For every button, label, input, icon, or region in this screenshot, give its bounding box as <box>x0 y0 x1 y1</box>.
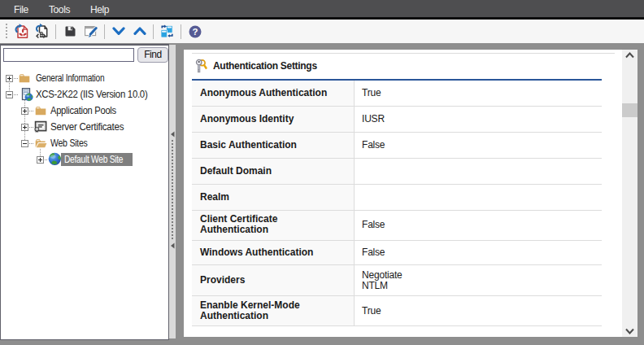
svg-text:?: ? <box>192 27 198 37</box>
